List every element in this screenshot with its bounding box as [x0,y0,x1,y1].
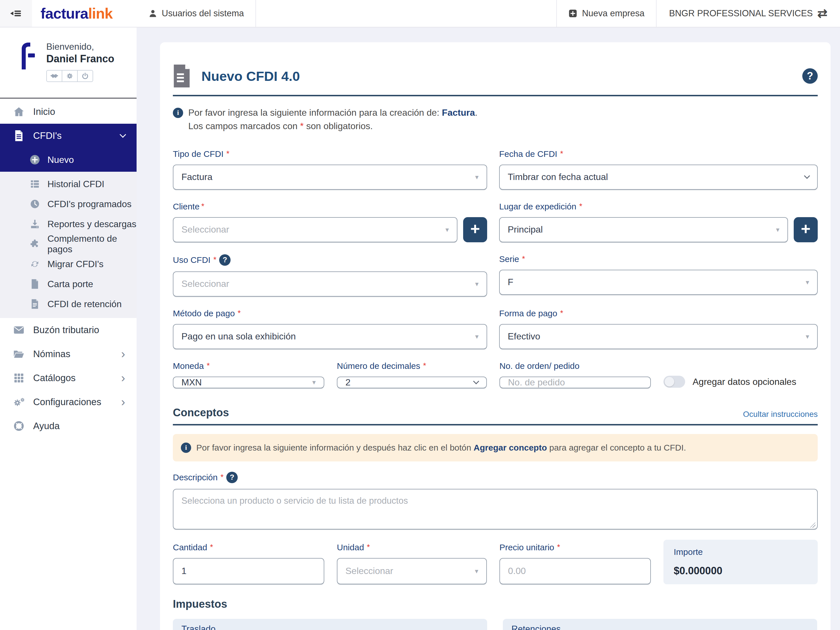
fecha-cfdi-label: Fecha de CFDI* [499,149,818,159]
conceptos-info-suffix: para agregar el concepto a tu CFDI. [547,443,686,452]
sidebar-item-cfdis[interactable]: CFDI's [0,124,137,148]
retenciones-card: Retenciones [503,619,817,630]
sidebar-item-cfdis-programados[interactable]: CFDI's programados [0,194,137,214]
fecha-cfdi-select[interactable]: Timbrar con fecha actual [499,164,818,190]
sidebar-item-migrar-cfdis[interactable]: Migrar CFDI's [0,254,137,274]
sync-icon [30,259,40,268]
intro-asterisk: * [300,121,303,131]
company-switcher[interactable]: BNGR PROFESSIONAL SERVICES ⇄ [656,0,840,27]
sidebar-item-reportes-descargas[interactable]: Reportes y descargas [0,214,137,234]
sidebar-item-ayuda[interactable]: Ayuda [0,414,137,438]
help-icon[interactable]: ? [802,68,818,84]
cliente-select[interactable]: Seleccionar ▾ [173,217,458,242]
gear-icon [66,72,73,80]
add-expedition-place-button[interactable]: + [794,217,818,242]
unidad-placeholder: Seleccionar [346,566,393,576]
welcome-text: Bienvenido, [46,41,114,53]
sidebar-item-label: Reportes y descargas [47,219,136,229]
sidebar-item-cfdi-retencion[interactable]: CFDI de retención [0,294,137,314]
sidebar-item-label: Historial CFDI [47,179,104,189]
user-icon [148,9,157,18]
precio-unitario-input[interactable] [499,558,651,584]
puzzle-icon [30,239,40,249]
sidebar-item-complemento-pagos[interactable]: Complemento de pagos [0,234,137,254]
uso-cfdi-help-icon[interactable]: ? [219,254,231,266]
resize-grip-icon[interactable] [810,523,815,528]
decimales-select[interactable]: 2 [337,377,487,388]
sidebar-item-configuraciones[interactable]: Configuraciones › [0,390,137,414]
traslado-header: Traslado [173,619,487,630]
sidebar-item-label: Buzón tributario [33,325,99,335]
sidebar-item-label: Ayuda [33,421,60,431]
chevron-down-icon [120,131,126,138]
life-ring-icon [13,421,25,431]
cfdi-form: Tipo de CFDI* Factura ▾ Fecha de CFDI* T… [173,149,818,630]
descripcion-label: Descripción* ? [173,472,818,483]
add-client-button[interactable]: + [463,217,487,242]
conceptos-header: Conceptos Ocultar instrucciones [173,407,818,425]
sidebar-collapse-button[interactable] [0,0,32,27]
descripcion-help-icon[interactable]: ? [226,472,238,483]
lugar-expedicion-select[interactable]: Principal ▾ [499,217,788,242]
tipo-cfdi-select[interactable]: Factura ▾ [173,164,487,190]
sidebar-item-buzon-tributario[interactable]: Buzón tributario [0,318,137,342]
power-icon [81,72,89,80]
conceptos-info-prefix: Por favor ingresa la siguiente informaci… [196,443,474,452]
intro-prefix: Por favor ingresa la siguiente informaci… [188,107,442,118]
sidebar-item-nuevo[interactable]: Nuevo [0,148,137,172]
unidad-select[interactable]: Seleccionar ▾ [337,558,487,584]
cfdis-submenu: Historial CFDI CFDI's programados [0,172,137,318]
precio-unitario-label: Precio unitario* [499,543,651,552]
user-name: Daniel Franco [46,53,114,65]
envelope-icon [13,326,25,334]
ocultar-instrucciones-link[interactable]: Ocultar instrucciones [743,410,818,419]
clock-icon [30,199,40,208]
metodo-pago-select[interactable]: Pago en una sola exhibición ▾ [173,324,487,349]
brand-text-factura: factura [41,5,88,22]
new-company-button[interactable]: Nueva empresa [556,0,656,27]
moneda-select[interactable]: MXN ▾ [173,377,324,388]
users-of-system-link[interactable]: Usuarios del sistema [137,0,256,27]
importe-label: Importe [674,547,807,557]
file-icon [30,279,40,289]
conceptos-info-bold: Agregar concepto [474,443,547,452]
new-cfdi-card: Nuevo CFDI 4.0 ? i Por favor ingresa la … [160,42,831,630]
handshake-icon [50,73,58,79]
descripcion-textarea[interactable] [173,489,818,529]
gears-icon [13,398,25,407]
serie-select[interactable]: F ▾ [499,270,818,295]
importe-panel: Importe $0.000000 [663,540,818,584]
topbar-spacer [256,0,556,27]
document-icon [173,65,191,87]
uso-cfdi-placeholder: Seleccionar [182,279,229,289]
chevron-right-icon: › [121,348,125,360]
forma-pago-select[interactable]: Efectivo ▾ [499,324,818,349]
sidebar-item-inicio[interactable]: Inicio [0,100,137,124]
datos-opcionales-toggle[interactable] [663,376,685,388]
uso-cfdi-label: Uso CFDI*? [173,254,487,266]
sidebar-item-carta-porte[interactable]: Carta porte [0,274,137,294]
intro-line2-prefix: Los campos marcados con [188,121,300,131]
intro-line2-suffix: son obligatorios. [304,121,373,131]
chevron-down-icon [473,378,479,384]
settings-button[interactable] [62,70,78,82]
conceptos-info-banner: i Por favor ingresa la siguiente informa… [173,434,818,461]
company-name: BNGR PROFESSIONAL SERVICES [669,8,813,19]
traslado-card: Traslado [173,619,487,630]
orden-input[interactable] [499,377,651,388]
page-title: Nuevo CFDI 4.0 [201,68,300,84]
sidebar-item-catalogos[interactable]: Catálogos › [0,366,137,390]
partners-button[interactable] [46,70,62,82]
dropdown-arrow-icon: ▾ [475,173,478,181]
sidebar-item-historial-cfdi[interactable]: Historial CFDI [0,174,137,194]
cantidad-label: Cantidad* [173,543,324,552]
brand-logo[interactable]: facturalink [32,0,137,27]
sidebar-item-label: CFDI's [33,130,112,141]
uso-cfdi-select[interactable]: Seleccionar ▾ [173,272,487,297]
logout-button[interactable] [77,70,93,82]
brand-text-link: link [88,5,112,22]
plus-circle-icon [30,155,40,165]
cantidad-input[interactable] [173,558,324,584]
dropdown-arrow-icon: ▾ [806,333,809,341]
sidebar-item-nominas[interactable]: Nóminas › [0,342,137,366]
